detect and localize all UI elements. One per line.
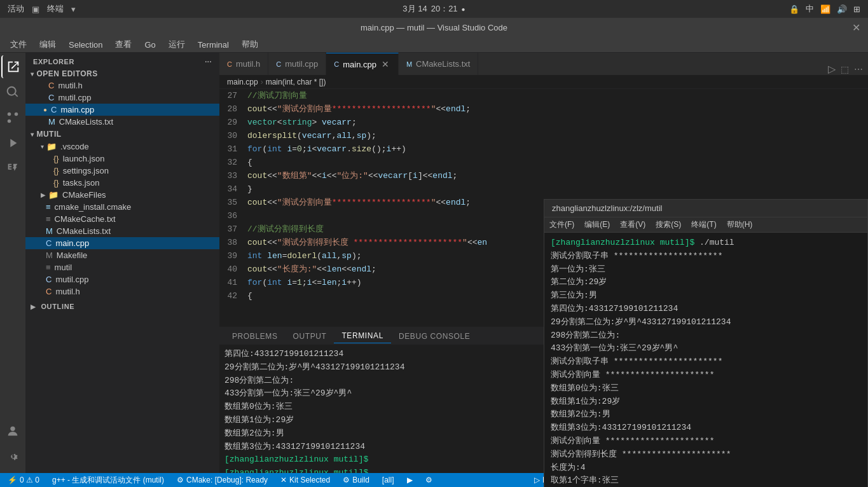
cmake-lists-file[interactable]: M CMakeLists.txt — [25, 225, 219, 237]
file-icon-c: C — [48, 93, 54, 102]
file-icon-cmake: M — [48, 117, 55, 127]
modified-dot: ● — [43, 106, 47, 113]
overlay-menu-view[interactable]: 查看(V) — [620, 219, 645, 230]
mutil-arrow: ▾ — [31, 131, 34, 138]
tasks-json[interactable]: {} tasks.json — [25, 177, 219, 189]
activity-settings[interactable] — [1, 445, 24, 468]
status-build-task[interactable]: g++ - 生成和调试活动文件 (mutil) — [50, 475, 167, 486]
bin-icon: ≡ — [46, 263, 51, 272]
open-editor-mutil-h[interactable]: C mutil.h — [25, 79, 219, 92]
tab-icon-c: C — [276, 60, 281, 68]
status-all[interactable]: [all] — [380, 476, 397, 484]
panel-tab-output[interactable]: OUTPUT — [286, 329, 334, 343]
split-icon[interactable]: ⬚ — [841, 64, 849, 74]
menu-selection[interactable]: Selection — [64, 39, 107, 51]
overlay-line: 29分割第二位为:岁^男^433127199101211234 — [551, 316, 861, 329]
open-editor-name: mutil.h — [58, 81, 82, 90]
overlay-menu-terminal[interactable]: 终端(T) — [691, 219, 716, 230]
status-debug[interactable]: ⚙ — [423, 476, 435, 484]
close-button[interactable]: ✕ — [852, 22, 860, 34]
panel-tab-problems[interactable]: PROBLEMS — [224, 329, 286, 343]
status-play[interactable]: ▶ — [404, 476, 415, 484]
tab-cmake[interactable]: M CMakeLists.txt — [399, 53, 478, 75]
panel-tab-terminal[interactable]: TERMINAL — [334, 329, 390, 343]
menu-edit[interactable]: 编辑 — [34, 38, 61, 51]
overlay-line: 数组第0位为:张三 — [551, 382, 861, 395]
terminal-overlay-menubar: 文件(F) 编辑(E) 查看(V) 搜索(S) 终端(T) 帮助(H) — [544, 217, 867, 233]
open-editor-name: mutil.cpp — [58, 93, 91, 102]
tab-mutil-h[interactable]: C mutil.h — [219, 53, 268, 75]
cmake-files-folder[interactable]: ▶ 📁 CMakeFiles — [25, 189, 219, 201]
status-build[interactable]: ⚙ Build — [340, 476, 372, 484]
menu-file[interactable]: 文件 — [5, 38, 32, 51]
mutil-bin[interactable]: ≡ mutil — [25, 261, 219, 273]
tab-main-cpp[interactable]: C main.cpp ✕ — [326, 53, 399, 75]
outline-section-label[interactable]: ▶ OUTLINE — [25, 300, 219, 312]
file-name: mutil — [55, 263, 72, 272]
sidebar-more-icon[interactable]: ··· — [205, 58, 212, 65]
activity-extensions[interactable] — [1, 157, 24, 180]
overlay-menu-help[interactable]: 帮助(H) — [727, 219, 753, 230]
settings-json[interactable]: {} settings.json — [25, 165, 219, 177]
mutil-cpp-file[interactable]: C mutil.cpp — [25, 273, 219, 285]
overlay-menu-search[interactable]: 搜索(S) — [656, 219, 681, 230]
system-bar: 活动 ▣ 终端 ▾ 3月 14 20：21 ● 🔒 中 📶 🔊 ⊞ — [0, 0, 868, 18]
line-num: 30 — [224, 129, 237, 142]
activity-search[interactable] — [1, 81, 24, 104]
cmake-label: CMake: [Debug]: Ready — [186, 476, 268, 484]
mutil-folder-label[interactable]: ▾ MUTIL — [25, 128, 219, 141]
code-line-32: { — [247, 156, 868, 169]
terminal-bar-label: 终端 — [47, 3, 64, 15]
cmake-cache-file[interactable]: ≡ CMakeCache.txt — [25, 213, 219, 225]
menu-run[interactable]: 运行 — [163, 38, 190, 51]
tab-mutil-cpp[interactable]: C mutil.cpp — [268, 53, 326, 75]
code-line-29: vector<string> vecarr; — [247, 116, 868, 129]
overlay-line: [zhanglianzhuzlzlinux mutil]$ ./mutil — [551, 237, 861, 250]
cmake-install-file[interactable]: ≡ cmake_install.cmake — [25, 201, 219, 213]
tab-icon-h: C — [227, 60, 232, 68]
status-cmake[interactable]: ⚙ CMake: [Debug]: Ready — [174, 476, 270, 484]
svg-point-0 — [8, 120, 11, 123]
menu-help[interactable]: 帮助 — [237, 38, 263, 51]
open-editor-main-cpp[interactable]: ● C main.cpp — [25, 104, 219, 116]
activities-label: 活动 — [8, 3, 24, 15]
line-num: 42 — [224, 289, 237, 303]
launch-json[interactable]: {} launch.json — [25, 153, 219, 165]
menu-go[interactable]: Go — [139, 39, 160, 51]
tab-close-button[interactable]: ✕ — [380, 58, 390, 70]
more-tabs-icon[interactable]: ⋯ — [854, 64, 863, 74]
overlay-menu-edit[interactable]: 编辑(E) — [584, 219, 610, 230]
json-icon: {} — [53, 166, 59, 175]
open-editors-label[interactable]: ▾ OPEN EDITORS — [25, 68, 219, 79]
terminal-dropdown-icon[interactable]: ▾ — [71, 4, 76, 14]
file-name: mutil.h — [55, 287, 79, 296]
c-icon: C — [46, 275, 52, 284]
menu-view[interactable]: 查看 — [110, 38, 137, 51]
run-icon[interactable]: ▷ — [828, 63, 836, 75]
open-editor-cmake[interactable]: M CMakeLists.txt — [25, 116, 219, 128]
cmake-icon: M — [46, 226, 53, 236]
sidebar: EXPLORER ··· ▾ OPEN EDITORS C mutil.h C … — [25, 53, 219, 473]
open-editor-mutil-cpp[interactable]: C mutil.cpp — [25, 92, 219, 104]
svg-point-2 — [8, 113, 11, 116]
mutil-h-file[interactable]: C mutil.h — [25, 285, 219, 298]
activity-source-control[interactable] — [1, 106, 24, 129]
status-errors[interactable]: ⚡ 0 ⚠ 0 — [5, 476, 42, 484]
file-name: Makefile — [57, 250, 87, 260]
expand-icon: ⊞ — [853, 4, 860, 14]
activity-explorer[interactable] — [1, 55, 24, 78]
overlay-menu-file[interactable]: 文件(F) — [549, 219, 574, 230]
makefile-file[interactable]: M Makefile — [25, 249, 219, 261]
outline-text: OUTLINE — [41, 303, 74, 310]
system-dot: ● — [462, 6, 465, 13]
file-name: mutil.cpp — [55, 275, 88, 284]
activity-run[interactable] — [1, 132, 24, 154]
main-cpp-file[interactable]: C main.cpp — [25, 237, 219, 249]
terminal-overlay-content[interactable]: [zhanglianzhuzlzlinux mutil]$ ./mutil 测试… — [544, 233, 867, 487]
vscode-folder[interactable]: ▾ 📁 .vscode — [25, 141, 219, 153]
activity-account[interactable] — [1, 420, 24, 442]
menu-terminal[interactable]: Terminal — [193, 39, 234, 51]
status-kit[interactable]: ✕ Kit Selected — [278, 476, 333, 484]
file-name: CMakeLists.txt — [57, 226, 111, 236]
panel-tab-debug[interactable]: DEBUG CONSOLE — [391, 329, 478, 343]
